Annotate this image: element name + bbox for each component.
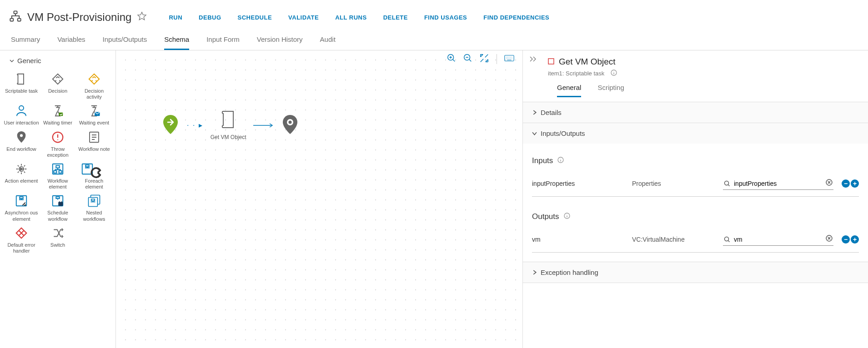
palette-nested-workflows[interactable]: Nested workflows <box>76 193 112 222</box>
svg-point-32 <box>725 181 729 185</box>
keyboard-icon[interactable] <box>504 53 514 65</box>
svg-rect-1 <box>10 19 13 21</box>
info-icon[interactable] <box>564 212 570 221</box>
delete-action[interactable]: DELETE <box>383 14 408 21</box>
inspector-subtitle: item1: Scriptable task <box>548 70 604 77</box>
tab-audit[interactable]: Audit <box>320 35 336 50</box>
zoom-in-icon[interactable] <box>447 53 457 65</box>
flow-arrow-icon: · · ▸ <box>187 121 203 129</box>
main-tabs: Summary Variables Inputs/Outputs Schema … <box>0 25 868 50</box>
tab-schema[interactable]: Schema <box>164 35 189 50</box>
header: VM Post-Provisioning RUN DEBUG SCHEDULE … <box>0 0 868 25</box>
end-node[interactable] <box>281 114 299 136</box>
palette-group-generic[interactable]: Generic <box>0 57 115 69</box>
svg-rect-2 <box>18 19 21 21</box>
node-label: Get VM Object <box>211 134 246 140</box>
tab-version-history[interactable]: Version History <box>257 35 303 50</box>
svg-rect-20 <box>58 202 63 206</box>
output-value-field[interactable] <box>723 233 833 246</box>
all-runs-action[interactable]: ALL RUNS <box>335 14 366 21</box>
remove-input-button[interactable]: − <box>842 179 850 188</box>
palette-asynchronous-element[interactable]: Asynchron ous element <box>4 193 39 222</box>
section-inputs-outputs[interactable]: Inputs/Outputs <box>523 123 868 144</box>
schema-canvas[interactable]: · · ▸ Get VM Object <box>116 50 522 348</box>
script-task-node[interactable]: Get VM Object <box>211 109 246 140</box>
palette-decision-activity[interactable]: Decision activity <box>76 71 112 100</box>
tab-variables[interactable]: Variables <box>57 35 85 50</box>
palette-default-error-handler[interactable]: Default error handler <box>4 225 39 254</box>
output-row: vm VC:VirtualMachine − + <box>532 233 859 246</box>
scriptable-task-icon <box>548 57 554 67</box>
info-icon[interactable] <box>557 156 564 165</box>
palette-action-element[interactable]: Action element <box>4 161 39 190</box>
palette-foreach-element[interactable]: Foreach element <box>76 161 112 190</box>
svg-point-6 <box>20 134 23 137</box>
workflow-icon <box>9 10 22 25</box>
output-name: vm <box>532 236 632 243</box>
input-name: inputProperties <box>532 180 632 187</box>
start-node[interactable] <box>161 114 180 136</box>
remove-output-button[interactable]: − <box>842 235 850 244</box>
run-action[interactable]: RUN <box>169 14 182 21</box>
palette-user-interaction[interactable]: User interaction <box>4 103 39 126</box>
inputs-heading: Inputs <box>532 156 553 165</box>
fit-to-screen-icon[interactable] <box>479 53 489 65</box>
search-icon <box>724 236 730 243</box>
svg-rect-17 <box>20 197 23 199</box>
svg-rect-29 <box>548 59 554 64</box>
validate-action[interactable]: VALIDATE <box>288 14 319 21</box>
svg-point-35 <box>725 237 729 241</box>
clear-icon[interactable] <box>826 179 833 188</box>
outputs-heading: Outputs <box>532 212 559 221</box>
debug-action[interactable]: DEBUG <box>199 14 221 21</box>
svg-rect-19 <box>56 197 60 199</box>
find-usages-action[interactable]: FIND USAGES <box>424 14 467 21</box>
svg-rect-11 <box>56 165 60 168</box>
output-type: VC:VirtualMachine <box>632 236 723 243</box>
palette-throw-exception[interactable]: Throw exception <box>40 129 75 158</box>
expand-panel-icon[interactable] <box>529 56 537 64</box>
palette-workflow-element[interactable]: Workflow element <box>40 161 75 190</box>
action-bar: RUN DEBUG SCHEDULE VALIDATE ALL RUNS DEL… <box>169 14 549 21</box>
palette-decision[interactable]: Decision <box>40 71 75 100</box>
inspector-title: Get VM Object <box>559 57 616 67</box>
favorite-star-icon[interactable] <box>137 11 147 23</box>
inspector-tab-scripting[interactable]: Scripting <box>597 84 624 97</box>
palette: Generic Scriptable task Decision Decisio… <box>0 50 116 348</box>
info-icon[interactable] <box>611 70 617 77</box>
inspector-tab-general[interactable]: General <box>557 84 581 97</box>
add-output-button[interactable]: + <box>851 235 859 244</box>
input-row: inputProperties Properties − + <box>532 177 859 190</box>
flow-arrow-icon <box>253 121 274 129</box>
palette-scriptable-task[interactable]: Scriptable task <box>4 71 39 100</box>
input-value-field[interactable] <box>723 177 833 190</box>
svg-rect-13 <box>59 171 62 173</box>
svg-point-3 <box>19 106 24 110</box>
svg-rect-0 <box>14 11 17 14</box>
clear-icon[interactable] <box>826 235 833 244</box>
svg-rect-12 <box>54 171 56 173</box>
add-input-button[interactable]: + <box>851 179 859 188</box>
zoom-out-icon[interactable] <box>463 53 473 65</box>
input-type: Properties <box>632 180 723 187</box>
section-details[interactable]: Details <box>523 102 868 123</box>
palette-switch[interactable]: Switch <box>40 225 75 254</box>
workflow-title: VM Post-Provisioning <box>27 11 131 24</box>
palette-end-workflow[interactable]: End workflow <box>4 129 39 158</box>
section-exception-handling[interactable]: Exception handling <box>523 262 868 283</box>
palette-waiting-timer[interactable]: Waiting timer <box>40 103 75 126</box>
palette-workflow-note[interactable]: Workflow note <box>76 129 112 158</box>
tab-summary[interactable]: Summary <box>11 35 40 50</box>
inspector-panel: Get VM Object item1: Scriptable task Gen… <box>522 50 868 348</box>
svg-point-28 <box>289 121 292 124</box>
search-icon <box>724 180 730 187</box>
palette-waiting-event[interactable]: Waiting event <box>76 103 112 126</box>
tab-input-form[interactable]: Input Form <box>206 35 240 50</box>
tab-inputs-outputs[interactable]: Inputs/Outputs <box>103 35 147 50</box>
palette-schedule-workflow[interactable]: Schedule workflow <box>40 193 75 222</box>
find-dependencies-action[interactable]: FIND DEPENDENCIES <box>483 14 549 21</box>
schedule-action[interactable]: SCHEDULE <box>238 14 272 21</box>
